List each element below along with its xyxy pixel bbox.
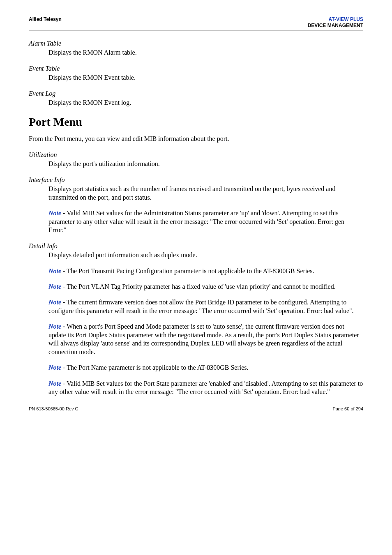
footer-divider (29, 404, 363, 404)
event-table-body: Displays the RMON Event table. (48, 74, 363, 82)
detail-info-body: Displays detailed port information such … (48, 251, 363, 259)
detail-info-note1: Note - The Port Transmit Pacing Configur… (48, 267, 363, 275)
interface-info-title: Interface Info (29, 176, 363, 184)
header-left: Allied Telesyn (29, 16, 62, 23)
note-label: Note (48, 299, 61, 306)
page-heading: Port Menu (29, 115, 363, 129)
note-label: Note (48, 364, 61, 371)
detail-info-title: Detail Info (29, 242, 363, 250)
note-text: - The Port Transmit Pacing Configuration… (61, 267, 314, 274)
alarm-table-title: Alarm Table (29, 39, 363, 48)
header-divider (29, 30, 363, 30)
header-right: AT-VIEW PLUS DEVICE MANAGEMENT (308, 16, 363, 29)
note-text: - The Port VLAN Tag Priority parameter h… (61, 283, 336, 290)
note-label: Note (48, 210, 61, 216)
note-text: - Valid MIB Set values for the Port Stat… (48, 380, 363, 395)
detail-info-note2: Note - The Port VLAN Tag Priority parame… (48, 283, 363, 291)
note-label: Note (48, 380, 61, 387)
detail-info-note3: Note - The current firmware version does… (48, 298, 363, 315)
interface-info-body: Displays port statistics such as the num… (48, 185, 363, 202)
interface-info-note1: Note - Valid MIB Set values for the Admi… (48, 209, 363, 234)
note-text: - The Port Name parameter is not applica… (61, 364, 248, 371)
header-section: DEVICE MANAGEMENT (308, 23, 363, 29)
header-product: AT-VIEW PLUS (308, 16, 363, 23)
footer-right: Page 60 of 294 (332, 406, 363, 412)
note-text: - The current firmware version does not … (48, 299, 354, 314)
detail-info-note5: Note - The Port Name parameter is not ap… (48, 364, 363, 372)
event-log-body: Displays the RMON Event log. (48, 99, 363, 107)
page-footer: PN 613-50665-00 Rev C Page 60 of 294 (29, 406, 363, 412)
note-label: Note (48, 283, 61, 290)
event-table-title: Event Table (29, 64, 363, 73)
note-text: - Valid MIB Set values for the Administr… (48, 210, 344, 233)
utilization-title: Utilization (29, 151, 363, 159)
note-text: - When a port's Port Speed and Mode para… (48, 323, 359, 355)
event-log-title: Event Log (29, 90, 363, 98)
note-label: Note (48, 267, 61, 274)
alarm-table-body: Displays the RMON Alarm table. (48, 48, 363, 57)
page-header: Allied Telesyn AT-VIEW PLUS DEVICE MANAG… (29, 16, 363, 29)
footer-left: PN 613-50665-00 Rev C (29, 406, 78, 412)
intro-paragraph: From the Port menu, you can view and edi… (29, 135, 363, 143)
detail-info-note4: Note - When a port's Port Speed and Mode… (48, 322, 363, 356)
note-label: Note (48, 323, 61, 330)
utilization-body: Displays the port's utilization informat… (48, 160, 363, 168)
detail-info-note6: Note - Valid MIB Set values for the Port… (48, 380, 363, 396)
